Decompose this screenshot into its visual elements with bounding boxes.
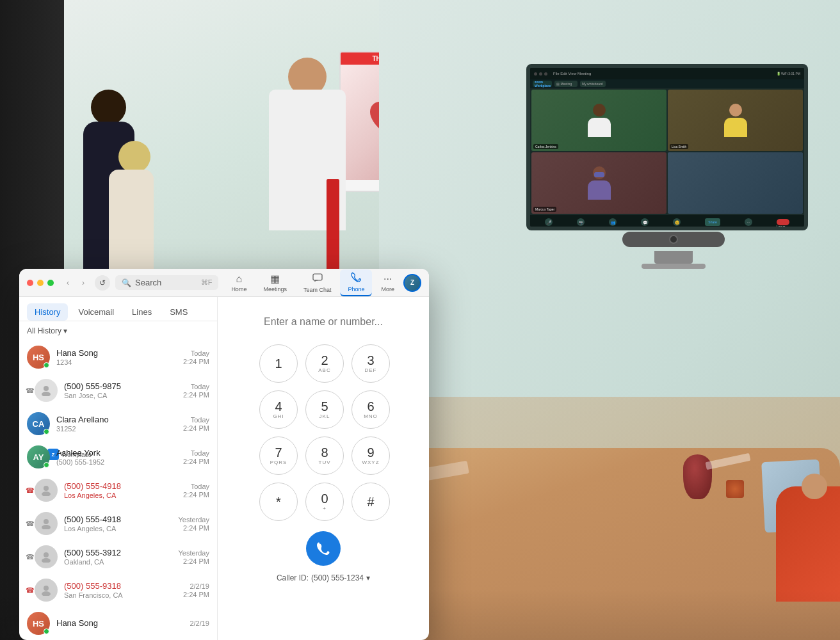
back-button[interactable]: ‹ [61, 276, 74, 289]
contact-item-1[interactable]: HS Hana Song 1234 Today 2:24 PM [19, 340, 217, 374]
contact-item-7[interactable]: ☎ (500) 555-3912 Oakland, CA Yesterday 2… [19, 540, 217, 573]
contact-item-6[interactable]: ☎ (500) 555-4918 Los Angeles, CA Yesterd… [19, 507, 217, 540]
avatar-unknown-6 [35, 512, 58, 535]
tv-person-figure-2 [668, 90, 803, 151]
close-dot[interactable] [27, 280, 33, 286]
tv-participants-btn: 👥 [609, 218, 617, 226]
tv-wall-mount [622, 228, 725, 269]
tv-menu-items: File Edit View Meeting [553, 72, 591, 76]
contact-item-9[interactable]: HS Hana Song 2/2/19 [19, 607, 217, 640]
tab-lines[interactable]: Lines [124, 303, 159, 321]
tv-participant-2: Lisa Smith [668, 90, 803, 151]
phone-call-icon-6: ☎ [26, 520, 35, 528]
online-indicator-3 [44, 429, 49, 435]
search-bar[interactable]: 🔍 Search ⌘F [115, 275, 218, 290]
dial-key-3[interactable]: 3 DEF [351, 344, 390, 383]
dial-key-7[interactable]: 7 PQRS [259, 436, 298, 475]
maximize-dot[interactable] [47, 280, 54, 286]
doctor-figure [243, 38, 371, 269]
history-icon: ↺ [99, 278, 106, 287]
contact-name-9: Hana Song [56, 618, 183, 628]
doctor-tie [327, 179, 339, 282]
contact-clock-4: 2:24 PM [183, 458, 209, 465]
dial-letters-0: + [323, 506, 327, 511]
history-button[interactable]: ↺ [95, 275, 110, 291]
contact-sub-1: 1234 [56, 358, 177, 366]
doctor-coat [269, 90, 346, 230]
contact-item-4[interactable]: AY Ashlee York (500) 555-1952 Today 2:24… [19, 440, 217, 474]
window-controls [27, 280, 54, 286]
dial-num-4: 4 [275, 400, 282, 413]
contact-sub-3: 31252 [56, 425, 177, 433]
nav-meetings-label: Meetings [263, 286, 287, 292]
search-shortcut: ⌘F [201, 278, 213, 287]
dial-key-1[interactable]: 1 [259, 344, 298, 383]
avatar-ashlee: AY [27, 445, 50, 468]
contact-item-3[interactable]: CA Clara Arellano 31252 Today 2:24 PM [19, 407, 217, 440]
contact-clock-2: 2:24 PM [183, 391, 209, 399]
tv-toolbar-dot-3 [544, 72, 547, 76]
tv-toolbar: File Edit View Meeting 🔋 WiFi 3:01 PM [530, 68, 804, 79]
nav-more[interactable]: ··· More [373, 271, 402, 295]
contact-time-2: Today 2:24 PM [183, 383, 209, 399]
person-2-head [118, 141, 150, 173]
tv-base [642, 264, 706, 269]
tab-sms[interactable]: SMS [162, 303, 195, 321]
contact-item-5[interactable]: ☎ (500) 555-4918 Los Angeles, CA Today 2… [19, 474, 217, 507]
meetings-icon: ▦ [270, 273, 280, 285]
dial-key-star[interactable]: * [259, 483, 298, 521]
person-1-head [91, 90, 126, 125]
dial-key-9[interactable]: 9 WXYZ [351, 436, 390, 475]
avatar-unknown-2 [35, 379, 58, 402]
dial-letters-5: JKL [319, 413, 330, 419]
online-indicator-9 [44, 628, 49, 634]
app-titlebar: ‹ › ↺ 🔍 Search ⌘F ⌂ Home ▦ Meetings [19, 269, 429, 297]
home-icon: ⌂ [236, 273, 243, 285]
tv-more-btn: ··· [745, 218, 752, 226]
dial-key-4[interactable]: 4 GHI [259, 390, 298, 429]
nav-phone[interactable]: Phone [340, 269, 372, 296]
contact-time-1: Today 2:24 PM [183, 349, 209, 365]
contact-name-6: (500) 555-4918 [64, 515, 172, 524]
dial-key-5[interactable]: 5 JKL [305, 390, 344, 429]
contact-sub-6: Los Angeles, CA [64, 525, 172, 532]
dial-letters-9: WXYZ [362, 460, 379, 465]
more-icon: ··· [384, 273, 392, 285]
person-2 [109, 141, 160, 282]
tv-person-figure-3 [531, 152, 666, 214]
filter-button[interactable]: All History ▾ [27, 326, 67, 335]
dial-num-9: 9 [367, 446, 374, 459]
contact-time-8: 2/2/19 2:24 PM [183, 582, 209, 598]
user-avatar[interactable]: Z [403, 274, 421, 292]
tv-name-badge-1: Carlos Jenkins [533, 144, 558, 149]
contact-sub-4: (500) 555-1952 [56, 458, 177, 466]
contact-clock-6: 2:24 PM [178, 524, 209, 532]
call-button[interactable] [306, 531, 341, 566]
dial-key-0[interactable]: 0 + [305, 483, 344, 521]
nav-home[interactable]: ⌂ Home [223, 271, 254, 295]
forward-button[interactable]: › [77, 276, 90, 289]
contact-item-8[interactable]: ☎ (500) 555-9318 San Francisco, CA 2/2/1… [19, 573, 217, 607]
dial-key-6[interactable]: 6 MNO [351, 390, 390, 429]
dialer-input[interactable] [230, 310, 416, 334]
tv-person-3-mask [594, 172, 604, 177]
nav-meetings[interactable]: ▦ Meetings [255, 270, 295, 295]
caller-id-label: Caller ID: [277, 573, 309, 582]
dial-key-2[interactable]: 2 ABC [305, 344, 344, 383]
tab-voicemail[interactable]: Voicemail [70, 303, 122, 321]
nav-team-chat-label: Team Chat [303, 287, 332, 293]
nav-team-chat[interactable]: Team Chat [296, 270, 339, 296]
avatar-hana-song-2: HS [27, 612, 50, 635]
app-navigation: ⌂ Home ▦ Meetings Team Chat [223, 269, 421, 296]
tv-stand [654, 251, 693, 264]
contact-info-7: (500) 555-3912 Oakland, CA [64, 548, 172, 566]
dial-key-8[interactable]: 8 TUV [305, 436, 344, 475]
contact-item-2[interactable]: ☎ (500) 555-9875 San Jose, CA Today 2:24 [19, 374, 217, 407]
dial-key-hash[interactable]: # [351, 483, 390, 521]
contact-date-5: Today [183, 483, 209, 490]
caller-id-row: Caller ID: (500) 555-1234 ▾ [277, 573, 370, 582]
zoom-app-window: ‹ › ↺ 🔍 Search ⌘F ⌂ Home ▦ Meetings [19, 269, 429, 640]
tab-history[interactable]: History [27, 303, 68, 321]
table-cup [726, 480, 744, 498]
minimize-dot[interactable] [37, 280, 44, 286]
